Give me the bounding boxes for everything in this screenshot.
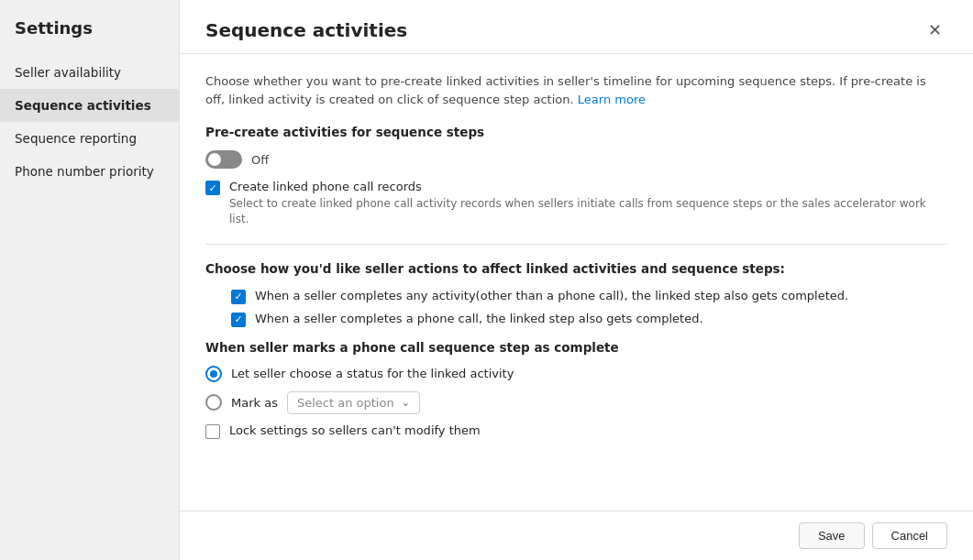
radio-choose-status[interactable]: [205, 366, 222, 382]
toggle-row: Off: [205, 150, 947, 169]
checkbox-phone-label: When a seller completes a phone call, th…: [255, 312, 703, 325]
radio-mark-label: Mark as: [231, 396, 278, 410]
lock-settings-label: Lock settings so sellers can't modify th…: [229, 423, 481, 437]
checkbox-activity-row: When a seller completes any activity(oth…: [231, 289, 947, 304]
close-icon: ✕: [928, 21, 942, 39]
page-title: Sequence activities: [205, 19, 407, 41]
create-phone-call-row: Create linked phone call records Select …: [205, 180, 947, 227]
mark-as-dropdown[interactable]: Select an option ⌄: [287, 391, 420, 414]
sidebar-item-phone-number-priority[interactable]: Phone number priority: [0, 155, 179, 188]
description-text: Choose whether you want to pre-create li…: [205, 72, 947, 108]
pre-create-toggle[interactable]: [205, 150, 242, 169]
radio-choose-row: Let seller choose a status for the linke…: [205, 366, 947, 382]
toggle-off-label: Off: [251, 153, 269, 167]
save-button[interactable]: Save: [799, 522, 865, 549]
close-button[interactable]: ✕: [923, 18, 947, 42]
divider-1: [205, 244, 947, 245]
create-phone-call-label: Create linked phone call records: [229, 180, 947, 193]
main-footer: Save Cancel: [180, 511, 973, 560]
checkbox-activity[interactable]: [231, 290, 246, 304]
linked-activities-title: Choose how you'd like seller actions to …: [205, 261, 947, 276]
main-panel: Sequence activities ✕ Choose whether you…: [180, 0, 973, 560]
checkbox-phone[interactable]: [231, 313, 246, 327]
cancel-button[interactable]: Cancel: [872, 522, 947, 549]
sidebar-title: Settings: [0, 18, 179, 56]
learn-more-link[interactable]: Learn more: [578, 93, 646, 106]
lock-settings-row: Lock settings so sellers can't modify th…: [205, 423, 947, 439]
radio-mark-row: Mark as Select an option ⌄: [205, 391, 947, 414]
main-header: Sequence activities ✕: [180, 0, 973, 54]
checkbox-activity-label: When a seller completes any activity(oth…: [255, 289, 848, 302]
linked-checkboxes: When a seller completes any activity(oth…: [231, 289, 947, 327]
phone-call-complete-title: When seller marks a phone call sequence …: [205, 340, 947, 355]
main-body: Choose whether you want to pre-create li…: [180, 54, 973, 511]
sidebar: Settings Seller availability Sequence ac…: [0, 0, 180, 560]
pre-create-section-title: Pre-create activities for sequence steps: [205, 125, 947, 139]
lock-settings-checkbox[interactable]: [205, 424, 220, 439]
create-phone-call-sublabel: Select to create linked phone call activ…: [229, 196, 947, 227]
create-phone-call-checkbox[interactable]: [205, 181, 220, 195]
sidebar-item-sequence-activities[interactable]: Sequence activities: [0, 89, 179, 122]
sidebar-item-sequence-reporting[interactable]: Sequence reporting: [0, 122, 179, 155]
radio-mark-as[interactable]: [205, 394, 222, 411]
chevron-down-icon: ⌄: [402, 397, 410, 409]
checkbox-phone-row: When a seller completes a phone call, th…: [231, 312, 947, 327]
toggle-track: [205, 150, 242, 169]
sidebar-item-seller-availability[interactable]: Seller availability: [0, 56, 179, 89]
radio-choose-label: Let seller choose a status for the linke…: [231, 367, 514, 380]
select-placeholder-text: Select an option: [297, 396, 394, 410]
